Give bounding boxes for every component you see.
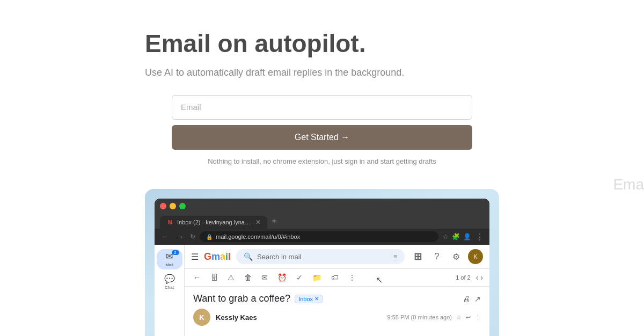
email-subject: Want to grab a coffee?	[193, 293, 290, 304]
browser-more-icon[interactable]: ⋮	[475, 232, 484, 242]
tab-label: Inbox (2) - kevinyang.lyna@gm...	[177, 219, 252, 225]
refresh-button[interactable]: ↻	[190, 233, 195, 240]
pagination-info: 1 of 2	[456, 274, 471, 281]
sender-initials: K	[199, 313, 204, 322]
forward-button[interactable]: →	[175, 232, 186, 241]
gmail-header-right: ⊞ ? ⚙ K	[410, 249, 483, 264]
star-button[interactable]: ☆	[456, 314, 462, 321]
email-view: Want to grab a coffee? Inbox ✕ 🖨 ↗	[185, 287, 489, 336]
delete-button[interactable]: 🗑	[242, 272, 254, 283]
email-toolbar: ← 🗄 ⚠ 🗑 ✉ ⏰ ✓ 📁 🏷 ⋮ 1 of 2	[185, 269, 489, 287]
email-header-actions: 🖨 ↗	[463, 295, 481, 303]
cursor-indicator: ↖	[376, 275, 383, 285]
report-spam-button[interactable]: ⚠	[225, 272, 237, 283]
print-icon[interactable]: 🖨	[463, 295, 470, 303]
search-icon: 🔍	[244, 252, 253, 261]
address-bar-row: ← → ↻ 🔒 mail.google.com/mail/u/0/#inbox …	[155, 229, 489, 245]
address-bar[interactable]: 🔒 mail.google.com/mail/u/0/#inbox	[200, 231, 438, 242]
settings-icon[interactable]: ⚙	[449, 249, 464, 264]
browser-mockup: M Inbox (2) - kevinyang.lyna@gm... ✕ + ←…	[145, 189, 499, 336]
gmail-sidebar: 2 ✉ Mail 💬 Chat	[155, 245, 185, 336]
more-options-button[interactable]: ⋮	[346, 272, 358, 283]
no-install-text: Nothing to install, no chrome extension,…	[208, 157, 436, 165]
bookmark-icon[interactable]: ☆	[443, 233, 449, 240]
gmail-header: ☰ Gmail 🔍 Search in mail ≡ ⊞	[185, 245, 489, 269]
sender-info: Kessly Kaes	[216, 312, 382, 322]
prev-page-button[interactable]: ‹	[476, 273, 479, 282]
hero-section: Email on autopilot. Use AI to automatica…	[145, 30, 499, 80]
label-button[interactable]: 🏷	[329, 272, 341, 283]
chat-label: Chat	[165, 285, 174, 290]
browser-background: M Inbox (2) - kevinyang.lyna@gm... ✕ + ←…	[145, 189, 499, 336]
gmail-logo: Gmail	[204, 251, 231, 262]
browser-chrome: M Inbox (2) - kevinyang.lyna@gm... ✕ +	[155, 199, 489, 229]
page-navigation: ‹ ›	[476, 273, 483, 282]
sender-avatar: K	[193, 309, 210, 326]
snooze-button[interactable]: ⏰	[275, 272, 289, 283]
hero-subtitle: Use AI to automatically draft email repl…	[145, 65, 404, 80]
inbox-badge-label: Inbox	[298, 296, 313, 302]
address-bar-icons: ☆ 🧩 👤	[443, 233, 471, 240]
profile-icon[interactable]: 👤	[463, 233, 471, 240]
form-section: Get Started →	[172, 95, 472, 150]
traffic-light-red[interactable]	[160, 203, 166, 209]
done-button[interactable]: ✓	[294, 272, 305, 283]
right-side-text: Ema	[613, 176, 644, 193]
gmail-search-bar[interactable]: 🔍 Search in mail ≡	[236, 249, 405, 264]
move-to-button[interactable]: 📁	[310, 272, 324, 283]
hamburger-icon[interactable]: ☰	[191, 252, 199, 262]
email-meta: 9:55 PM (0 minutes ago) ☆ ↩ ⋮	[387, 314, 481, 321]
email-sender-row: K Kessly Kaes 9:55 PM (0 minutes ago) ☆ …	[193, 309, 481, 326]
next-page-button[interactable]: ›	[480, 273, 483, 282]
search-placeholder: Search in mail	[257, 253, 301, 261]
traffic-light-yellow[interactable]	[170, 203, 176, 209]
get-started-button[interactable]: Get Started →	[172, 125, 472, 150]
google-apps-icon[interactable]: ⊞	[410, 249, 425, 264]
archive-button[interactable]: 🗄	[208, 272, 220, 283]
lock-icon: 🔒	[206, 234, 213, 240]
extension-icon[interactable]: 🧩	[452, 233, 460, 240]
gmail-main: ☰ Gmail 🔍 Search in mail ≡ ⊞	[185, 245, 489, 336]
mail-badge: 2	[172, 250, 179, 255]
reply-button[interactable]: ↩	[466, 314, 471, 321]
get-started-label: Get Started →	[295, 133, 349, 142]
traffic-lights	[160, 203, 484, 209]
email-timestamp: 9:55 PM (0 minutes ago)	[387, 314, 452, 320]
tab-close-icon[interactable]: ✕	[255, 218, 261, 226]
open-in-new-icon[interactable]: ↗	[474, 295, 481, 303]
email-subject-row: Want to grab a coffee? Inbox ✕ 🖨 ↗	[193, 293, 481, 304]
back-button[interactable]: ←	[160, 232, 171, 241]
sidebar-item-mail[interactable]: 2 ✉ Mail	[157, 249, 182, 269]
chat-icon: 💬	[164, 274, 175, 284]
email-input[interactable]	[172, 95, 472, 120]
remove-inbox-label-button[interactable]: ✕	[314, 296, 319, 302]
address-url: mail.google.com/mail/u/0/#inbox	[216, 233, 300, 240]
sender-name: Kessly Kaes	[216, 313, 257, 322]
mail-label: Mail	[165, 262, 173, 267]
active-browser-tab[interactable]: M Inbox (2) - kevinyang.lyna@gm... ✕	[160, 216, 267, 229]
help-icon[interactable]: ?	[429, 249, 444, 264]
search-filter-icon[interactable]: ≡	[393, 253, 397, 260]
inbox-badge: Inbox ✕	[295, 295, 323, 303]
gmail-content: 2 ✉ Mail 💬 Chat ☰	[155, 245, 489, 336]
mark-unread-button[interactable]: ✉	[259, 272, 270, 283]
sidebar-item-chat[interactable]: 💬 Chat	[157, 272, 182, 292]
user-avatar[interactable]: K	[468, 249, 483, 264]
browser-tabs: M Inbox (2) - kevinyang.lyna@gm... ✕ +	[160, 214, 484, 229]
tab-favicon: M	[166, 218, 174, 226]
more-email-options-button[interactable]: ⋮	[475, 314, 481, 321]
back-to-inbox-button[interactable]: ←	[191, 272, 203, 283]
traffic-light-green[interactable]	[179, 203, 186, 209]
hero-title: Email on autopilot.	[145, 30, 365, 58]
page-wrapper: Email on autopilot. Use AI to automatica…	[0, 0, 644, 336]
new-tab-button[interactable]: +	[267, 214, 281, 229]
browser-window: M Inbox (2) - kevinyang.lyna@gm... ✕ + ←…	[155, 199, 489, 336]
